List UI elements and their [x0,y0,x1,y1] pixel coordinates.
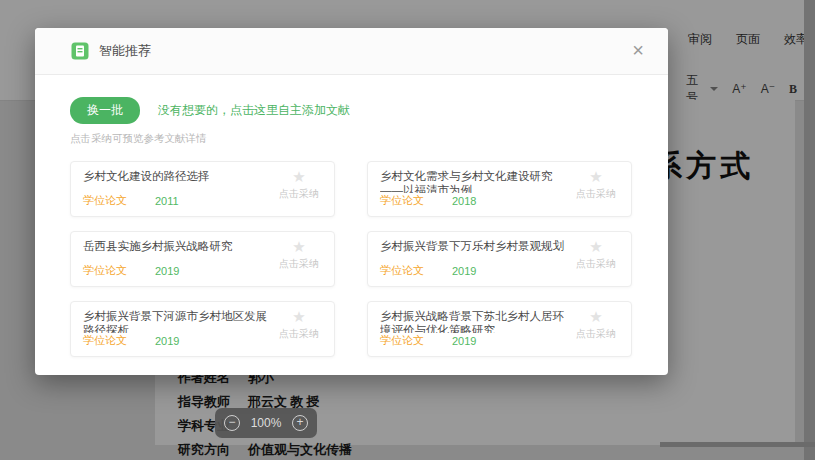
recommendation-card[interactable]: 乡村文化需求与乡村文化建设研究——以福清市为例 学位论文 2018 点击采纳 [367,161,632,217]
adopt-button[interactable]: 点击采纳 [272,239,326,271]
adopt-label: 点击采纳 [272,327,326,341]
action-row: 换一批 没有想要的，点击这里自主添加文献 [70,97,633,124]
dialog-title: 智能推荐 [99,42,151,60]
card-type-tag: 学位论文 [380,263,424,278]
star-icon [272,309,326,325]
card-year: 2019 [452,265,476,277]
star-icon [569,169,623,185]
star-icon [272,169,326,185]
card-year: 2019 [155,265,179,277]
recommendation-card[interactable]: 乡村振兴战略背景下苏北乡村人居环境评价与优化策略研究 学位论文 2019 点击采… [367,301,632,357]
recommendation-grid: 乡村文化建设的路径选择 学位论文 2011 点击采纳 乡村文化需求与乡村文化建设… [70,161,633,357]
card-title: 乡村振兴背景下河源市乡村地区发展路径探析 [83,310,273,333]
card-type-tag: 学位论文 [83,193,127,208]
dialog-body: 换一批 没有想要的，点击这里自主添加文献 点击采纳可预览参考文献详情 乡村文化建… [35,75,668,357]
star-icon [569,309,623,325]
card-type-tag: 学位论文 [83,333,127,348]
card-title: 乡村振兴背景下万乐村乡村景观规划 [380,240,570,254]
adopt-button[interactable]: 点击采纳 [272,169,326,201]
screen: 审阅 页面 效率 五号 A⁺ A⁻ B I 系方式 作者姓名 郭小 指导教师 邢… [0,0,815,460]
refresh-batch-button[interactable]: 换一批 [70,97,140,124]
card-type-tag: 学位论文 [380,193,424,208]
adopt-label: 点击采纳 [272,187,326,201]
close-icon[interactable] [632,40,644,60]
card-title: 岳西县实施乡村振兴战略研究 [83,240,273,254]
recommendation-card[interactable]: 乡村文化建设的路径选择 学位论文 2011 点击采纳 [70,161,335,217]
adopt-button[interactable]: 点击采纳 [272,309,326,341]
add-literature-link[interactable]: 没有想要的，点击这里自主添加文献 [158,102,350,119]
adopt-label: 点击采纳 [569,257,623,271]
dialog-header: 智能推荐 [35,28,668,75]
card-type-tag: 学位论文 [380,333,424,348]
recommendation-card[interactable]: 乡村振兴背景下万乐村乡村景观规划 学位论文 2019 点击采纳 [367,231,632,287]
card-type-tag: 学位论文 [83,263,127,278]
zoom-level: 100% [251,416,282,430]
recommendation-card[interactable]: 岳西县实施乡村振兴战略研究 学位论文 2019 点击采纳 [70,231,335,287]
card-title: 乡村振兴战略背景下苏北乡村人居环境评价与优化策略研究 [380,310,570,333]
adopt-button[interactable]: 点击采纳 [569,169,623,201]
smart-recommend-icon [71,42,89,60]
star-icon [569,239,623,255]
adopt-button[interactable]: 点击采纳 [569,239,623,271]
card-year: 2019 [452,335,476,347]
card-title: 乡村文化建设的路径选择 [83,170,273,184]
adopt-hint: 点击采纳可预览参考文献详情 [70,132,633,146]
recommendation-card[interactable]: 乡村振兴背景下河源市乡村地区发展路径探析 学位论文 2019 点击采纳 [70,301,335,357]
adopt-label: 点击采纳 [569,187,623,201]
zoom-indicator: − 100% + [215,408,317,438]
card-year: 2019 [155,335,179,347]
card-title: 乡村文化需求与乡村文化建设研究——以福清市为例 [380,170,570,193]
card-year: 2018 [452,195,476,207]
zoom-out-button[interactable]: − [224,415,240,431]
smart-recommend-dialog: 智能推荐 换一批 没有想要的，点击这里自主添加文献 点击采纳可预览参考文献详情 … [35,28,668,375]
zoom-in-button[interactable]: + [292,415,308,431]
adopt-button[interactable]: 点击采纳 [569,309,623,341]
card-year: 2011 [155,195,179,207]
adopt-label: 点击采纳 [569,327,623,341]
star-icon [272,239,326,255]
adopt-label: 点击采纳 [272,257,326,271]
